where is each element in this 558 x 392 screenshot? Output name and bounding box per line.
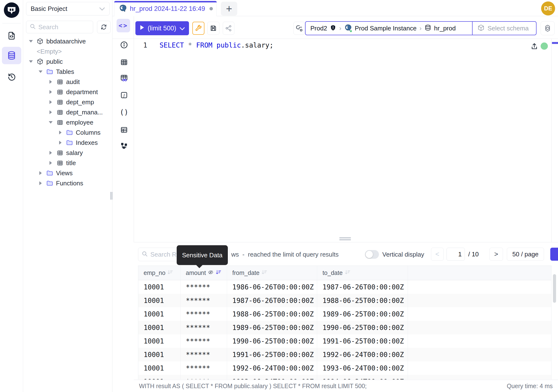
table-cell[interactable]: 10001 <box>138 375 181 379</box>
function-icon[interactable]: f <box>120 91 128 99</box>
table-cell[interactable]: ****** <box>181 375 227 379</box>
table-cell[interactable]: 1986-06-26T00:00:00Z <box>227 280 317 294</box>
new-tab-button[interactable]: + <box>221 2 237 16</box>
code-panel-icon[interactable]: <> <box>117 19 130 32</box>
caret-right-icon[interactable] <box>58 141 63 145</box>
tree-item-dept-emp[interactable]: dept_emp <box>23 97 112 107</box>
search-input[interactable] <box>38 23 84 31</box>
table-cell[interactable]: ****** <box>181 294 227 307</box>
table-search-icon[interactable] <box>120 74 128 83</box>
table-cell[interactable]: 1993-06-24T00:00:00Z <box>317 361 408 375</box>
caret-right-icon[interactable] <box>58 131 63 134</box>
table-cell[interactable]: ****** <box>181 307 227 321</box>
tree-item-columns[interactable]: Columns <box>23 127 112 138</box>
history-icon[interactable] <box>2 68 21 86</box>
table-cell[interactable]: 1991-06-25T00:00:00Z <box>227 348 317 361</box>
project-selector[interactable]: Basic Project <box>26 2 110 16</box>
table-cell[interactable]: ****** <box>181 321 227 334</box>
parentheses-icon[interactable]: () <box>120 108 128 116</box>
table-cell[interactable]: 10001 <box>138 294 181 307</box>
table-cell[interactable]: 1990-06-25T00:00:00Z <box>227 334 317 348</box>
table-cell[interactable]: 1994-06-24T00:00:00Z <box>317 375 408 379</box>
table-cell[interactable]: 1989-06-25T00:00:00Z <box>227 321 317 334</box>
caret-right-icon[interactable] <box>48 100 53 104</box>
column-header-from-date[interactable]: from_date <box>227 266 317 280</box>
upload-icon[interactable] <box>531 43 538 51</box>
refresh-icon[interactable] <box>97 21 111 33</box>
caret-right-icon[interactable] <box>38 181 43 185</box>
table-cell[interactable]: 1988-06-25T00:00:00Z <box>317 294 408 307</box>
vertical-display-toggle[interactable] <box>365 250 379 259</box>
table-cell[interactable]: 1991-06-25T00:00:00Z <box>317 334 408 348</box>
sidebar-divider[interactable] <box>112 0 113 392</box>
table-cell[interactable]: 10001 <box>138 321 181 334</box>
table-cell[interactable]: 1993-06-24T00:00:00Z <box>227 375 317 379</box>
column-header-amount[interactable]: amount <box>181 266 227 280</box>
share-button[interactable] <box>223 22 234 35</box>
format-wrench-button[interactable] <box>192 22 204 35</box>
table-cell[interactable]: 1992-06-24T00:00:00Z <box>227 361 317 375</box>
tree-item-bbdataarchive[interactable]: bbdataarchive <box>23 36 112 46</box>
grid-icon[interactable] <box>120 125 128 134</box>
grid-scrollbar[interactable] <box>553 274 556 303</box>
table-cell[interactable]: 1987-06-26T00:00:00Z <box>227 294 317 307</box>
caret-right-icon[interactable] <box>38 171 43 175</box>
caret-down-icon[interactable] <box>28 40 33 43</box>
tree-item-title[interactable]: title <box>23 158 112 168</box>
tree-item-dept-mana[interactable]: dept_mana... <box>23 107 112 117</box>
run-query-button[interactable]: (limit 500) <box>135 21 189 35</box>
connection-icon[interactable] <box>294 22 305 35</box>
tree-item-public[interactable]: public <box>23 56 112 67</box>
save-button[interactable] <box>207 22 219 35</box>
panel-splitter[interactable] <box>134 242 558 242</box>
chevron-down-icon[interactable] <box>180 25 185 32</box>
caret-right-icon[interactable] <box>48 161 53 165</box>
sort-icon[interactable] <box>262 269 267 277</box>
table-cell[interactable]: ****** <box>181 348 227 361</box>
table-cell[interactable]: 1987-06-26T00:00:00Z <box>317 280 408 294</box>
caret-right-icon[interactable] <box>48 90 53 94</box>
export-button[interactable] <box>550 248 558 261</box>
tree-item-functions[interactable]: Functions <box>23 178 112 188</box>
tab-hr-prod[interactable]: hr_prod 2024-11-22 16:49 <box>114 1 217 16</box>
sort-icon[interactable] <box>167 269 173 277</box>
table-cell[interactable]: ****** <box>181 361 227 375</box>
sidebar-resize-handle[interactable] <box>111 192 113 200</box>
caret-down-icon[interactable] <box>28 60 33 63</box>
schema-diagram-icon[interactable] <box>120 141 128 150</box>
caret-down-icon[interactable] <box>48 121 53 124</box>
tree-item-empty[interactable]: <Empty> <box>23 46 112 56</box>
sort-icon-active[interactable] <box>216 269 221 277</box>
tree-item-tables[interactable]: Tables <box>23 67 112 77</box>
ai-assistant-icon[interactable] <box>541 21 555 35</box>
tables-icon[interactable] <box>120 58 128 67</box>
table-cell[interactable]: ****** <box>181 280 227 294</box>
connection-breadcrumb[interactable]: Prod2 › Prod Sample Instance › hr_prod S… <box>305 21 537 35</box>
column-header-to-date[interactable]: to_date <box>317 266 408 280</box>
table-cell[interactable]: 10001 <box>138 280 181 294</box>
table-cell[interactable]: 10001 <box>138 334 181 348</box>
info-icon[interactable] <box>120 41 128 49</box>
caret-right-icon[interactable] <box>48 151 53 155</box>
breadcrumb[interactable]: Prod2 › Prod Sample Instance › hr_prod <box>305 22 472 35</box>
next-page-button[interactable]: > <box>489 248 503 261</box>
sql-code-line[interactable]: SELECT * FROM public.salary; <box>159 40 273 51</box>
page-size-select[interactable]: 50 / page <box>507 248 544 261</box>
prev-page-button[interactable]: < <box>431 248 444 261</box>
tree-item-audit[interactable]: audit <box>23 77 112 87</box>
table-cell[interactable]: 10001 <box>138 361 181 375</box>
tree-item-views[interactable]: Views <box>23 168 112 178</box>
caret-right-icon[interactable] <box>48 80 53 84</box>
tree-item-department[interactable]: department <box>23 87 112 97</box>
tree-item-salary[interactable]: salary <box>23 148 112 158</box>
caret-down-icon[interactable] <box>38 70 43 73</box>
page-number-input[interactable] <box>446 248 465 261</box>
tree-item-indexes[interactable]: Indexes <box>23 138 112 148</box>
table-cell[interactable]: 1990-06-25T00:00:00Z <box>317 321 408 334</box>
panel-splitter-grip[interactable] <box>339 237 351 238</box>
scroll-position-mark[interactable] <box>552 42 558 44</box>
table-cell[interactable]: 10001 <box>138 348 181 361</box>
avatar[interactable]: DE <box>541 1 555 16</box>
database-panel-icon[interactable] <box>2 47 21 64</box>
table-cell[interactable]: ****** <box>181 334 227 348</box>
